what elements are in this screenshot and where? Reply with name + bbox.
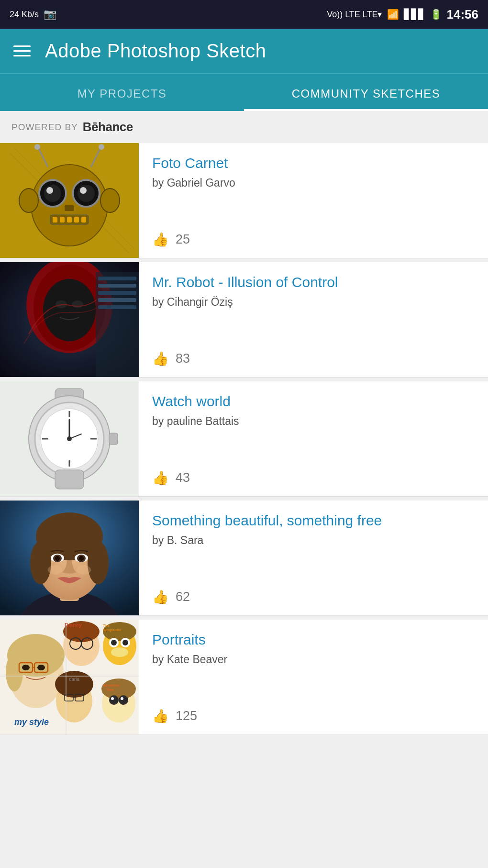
sketch-title-3: Watch world: [152, 393, 477, 410]
like-icon-3[interactable]: 👍: [152, 470, 169, 486]
powered-by-label: POWERED BY: [11, 122, 78, 133]
hamburger-menu-icon[interactable]: [13, 45, 31, 56]
svg-point-6: [78, 185, 95, 202]
sketch-author-2: by Cihangir Öziş: [152, 296, 477, 309]
svg-point-19: [99, 144, 104, 150]
svg-point-60: [88, 541, 109, 584]
sketch-likes-1: 👍 25: [152, 221, 477, 258]
svg-point-90: [111, 647, 128, 657]
signal-icon: ▋▋▋: [404, 9, 425, 20]
sketch-thumbnail-3: [0, 381, 139, 496]
sketch-thumbnail-1: [0, 143, 139, 258]
svg-point-50: [67, 436, 72, 441]
svg-rect-52: [109, 433, 118, 445]
app-header: Adobe Photoshop Sketch: [0, 29, 488, 73]
like-count-4: 62: [176, 590, 190, 604]
status-right: Vo)) LTE LTE▾ 📶 ▋▋▋ 🔋 14:56: [327, 7, 478, 22]
tab-my-projects[interactable]: MY PROJECTS: [0, 74, 244, 111]
svg-point-20: [19, 189, 38, 212]
svg-text:my style: my style: [14, 717, 49, 727]
svg-point-102: [111, 697, 114, 700]
sketch-card-5[interactable]: Disney The Simpsons daria: [0, 620, 488, 735]
svg-point-68: [77, 565, 91, 575]
clock: 14:56: [447, 7, 479, 22]
sketch-info-4: Something beautiful, something free by B…: [139, 501, 488, 615]
powered-by-bar: POWERED BY Bēhance: [0, 111, 488, 143]
svg-point-8: [80, 187, 87, 194]
svg-point-21: [100, 189, 120, 212]
sketch-likes-3: 👍 43: [152, 459, 477, 496]
svg-rect-12: [60, 217, 65, 223]
like-icon-1[interactable]: 👍: [152, 232, 169, 247]
svg-point-101: [119, 695, 128, 705]
svg-point-89: [122, 640, 128, 645]
data-speed: 24 Kb/s: [10, 10, 39, 20]
svg-point-94: [55, 671, 93, 698]
svg-text:Adventure: Adventure: [103, 684, 120, 687]
svg-rect-11: [53, 217, 57, 223]
svg-text:daria: daria: [69, 677, 80, 682]
svg-point-66: [79, 556, 84, 561]
sketch-thumbnail-4: [0, 501, 139, 615]
like-count-2: 83: [176, 351, 190, 366]
sketch-author-5: by Kate Beaver: [152, 653, 477, 666]
svg-point-88: [111, 640, 117, 645]
sketch-info-1: Foto Carnet by Gabriel Garvo 👍 25: [139, 143, 488, 258]
svg-point-67: [48, 565, 62, 575]
sketch-title-4: Something beautiful, something free: [152, 512, 477, 529]
battery-icon: 🔋: [430, 9, 442, 20]
svg-point-65: [55, 556, 60, 561]
app-title: Adobe Photoshop Sketch: [45, 40, 266, 62]
svg-rect-51: [55, 470, 84, 489]
sketch-likes-2: 👍 83: [152, 340, 477, 377]
sketch-list: Foto Carnet by Gabriel Garvo 👍 25: [0, 143, 488, 735]
sketch-info-3: Watch world by pauline Battais 👍 43: [139, 381, 488, 496]
sketch-likes-4: 👍 62: [152, 579, 477, 615]
tab-community-sketches[interactable]: COMMUNITY SKETCHES: [244, 74, 488, 111]
like-icon-4[interactable]: 👍: [152, 589, 169, 605]
sketch-author-3: by pauline Battais: [152, 415, 477, 428]
sketch-thumbnail-5: Disney The Simpsons daria: [0, 620, 139, 734]
like-icon-2[interactable]: 👍: [152, 351, 169, 367]
wifi-icon: 📶: [387, 9, 399, 20]
svg-rect-9: [65, 205, 74, 211]
like-count-5: 125: [176, 709, 197, 723]
sketch-info-5: Portraits by Kate Beaver 👍 125: [139, 620, 488, 734]
like-count-3: 43: [176, 470, 190, 485]
svg-point-77: [37, 665, 45, 670]
like-icon-5[interactable]: 👍: [152, 708, 169, 724]
svg-rect-14: [74, 217, 79, 223]
sketch-info-2: Mr. Robot - Illusion of Control by Cihan…: [139, 262, 488, 377]
sketch-title-1: Foto Carnet: [152, 155, 477, 172]
sketch-author-4: by B. Sara: [152, 534, 477, 547]
sketch-likes-5: 👍 125: [152, 698, 477, 734]
sketch-title-5: Portraits: [152, 631, 477, 648]
sketch-thumbnail-2: [0, 262, 139, 377]
svg-point-5: [44, 185, 61, 202]
like-count-1: 25: [176, 232, 190, 247]
behance-logo: Bēhance: [83, 120, 133, 134]
svg-point-100: [109, 695, 119, 705]
svg-text:Time: Time: [106, 688, 114, 691]
sketch-author-1: by Gabriel Garvo: [152, 177, 477, 189]
svg-point-7: [46, 187, 53, 194]
carrier-info: Vo)) LTE LTE▾: [327, 9, 382, 20]
sketch-card-1[interactable]: Foto Carnet by Gabriel Garvo 👍 25: [0, 143, 488, 258]
camera-icon: 📷: [44, 8, 56, 21]
sketch-card-2[interactable]: Mr. Robot - Illusion of Control by Cihan…: [0, 262, 488, 378]
svg-rect-13: [67, 217, 72, 223]
svg-text:Disney: Disney: [65, 622, 82, 628]
sketch-card-4[interactable]: Something beautiful, something free by B…: [0, 501, 488, 616]
sketch-card-3[interactable]: Watch world by pauline Battais 👍 43: [0, 381, 488, 497]
status-left: 24 Kb/s 📷: [10, 8, 56, 21]
sketch-title-2: Mr. Robot - Illusion of Control: [152, 274, 477, 291]
svg-text:Simpsons: Simpsons: [103, 628, 122, 632]
tabs-bar: MY PROJECTS COMMUNITY SKETCHES: [0, 73, 488, 111]
svg-point-76: [22, 665, 30, 670]
svg-rect-38: [0, 262, 139, 377]
svg-text:The: The: [103, 623, 110, 628]
svg-rect-15: [81, 217, 86, 223]
svg-point-59: [30, 541, 51, 584]
svg-point-103: [121, 697, 123, 700]
svg-point-17: [34, 144, 40, 150]
